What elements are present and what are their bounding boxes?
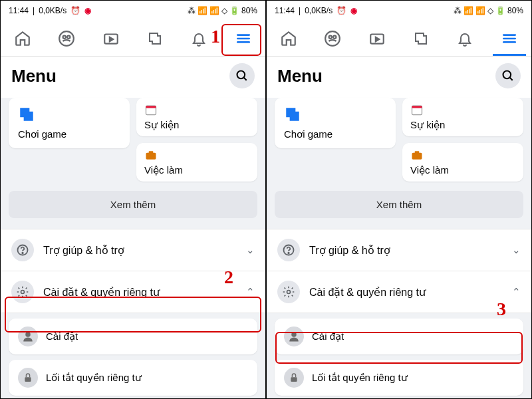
svg-line-26 xyxy=(510,78,513,80)
svg-point-7 xyxy=(237,71,245,79)
help-icon xyxy=(277,239,300,261)
bluetooth-icon: ⁂ xyxy=(454,6,462,15)
svg-rect-29 xyxy=(412,153,422,160)
signal-icon-2: 📶 xyxy=(475,6,485,15)
menu-title: Menu xyxy=(11,66,57,86)
card-events-label: Sự kiện xyxy=(410,119,515,131)
card-gaming[interactable]: Chơi game xyxy=(9,98,130,148)
calendar-icon xyxy=(410,103,424,116)
card-gaming-label: Chơi game xyxy=(284,128,386,140)
section-help-label: Trợ giúp & hỗ trợ xyxy=(309,244,503,257)
search-button[interactable] xyxy=(495,63,521,88)
subitem-settings-label: Cài đặt xyxy=(312,331,344,342)
svg-point-25 xyxy=(503,71,511,79)
svg-point-33 xyxy=(287,291,291,294)
status-time: 11:44 xyxy=(9,6,29,15)
status-right: ⁂ 📶 📶 ◇ 🔋 80% xyxy=(188,6,257,15)
briefcase-icon xyxy=(144,148,158,162)
battery-icon: 🔋 xyxy=(495,6,505,15)
card-events[interactable]: Sự kiện xyxy=(136,98,257,136)
subitem-settings-label: Cài đặt xyxy=(46,331,78,342)
nav-notifications[interactable] xyxy=(443,21,487,56)
see-more-button[interactable]: Xem thêm xyxy=(275,191,523,218)
section-help[interactable]: Trợ giúp & hỗ trợ ⌄ xyxy=(1,229,265,271)
target-icon: ◉ xyxy=(84,6,91,15)
signal-icon: 📶 xyxy=(464,6,473,15)
status-speed: 0,0KB/s xyxy=(305,6,332,15)
battery-pct: 80% xyxy=(241,6,257,15)
menu-header: Menu xyxy=(1,57,265,98)
nav-bar xyxy=(267,21,531,57)
svg-point-19 xyxy=(329,35,332,38)
target-icon: ◉ xyxy=(350,6,357,15)
card-gaming[interactable]: Chơi game xyxy=(275,98,396,148)
status-right: ⁂ 📶 📶 ◇ 🔋 80% xyxy=(454,6,523,15)
subitem-settings[interactable]: Cài đặt xyxy=(275,319,523,354)
svg-rect-17 xyxy=(25,377,31,382)
status-time: 11:44 xyxy=(275,6,295,15)
nav-groups[interactable] xyxy=(311,21,354,56)
search-button[interactable] xyxy=(229,63,255,88)
nav-gaming[interactable] xyxy=(133,21,177,56)
nav-gaming[interactable] xyxy=(399,21,443,56)
person-icon xyxy=(18,327,38,346)
card-jobs-label: Việc làm xyxy=(410,164,515,176)
chevron-up-icon: ⌃ xyxy=(246,286,255,298)
battery-pct: 80% xyxy=(507,6,523,15)
nav-notifications[interactable] xyxy=(177,21,221,56)
section-help-label: Trợ giúp & hỗ trợ xyxy=(43,244,237,257)
section-settings-label: Cài đặt & quyền riêng tư xyxy=(43,286,237,299)
status-bar: 11:44 | 0,0KB/s ⏰ ◉ ⁂ 📶 📶 ◇ 🔋 80% xyxy=(1,1,265,21)
menu-header: Menu xyxy=(267,57,531,98)
status-bar: 11:44 | 0,0KB/s ⏰ ◉ ⁂ 📶 📶 ◇ 🔋 80% xyxy=(267,1,531,21)
svg-point-18 xyxy=(326,31,340,46)
svg-rect-35 xyxy=(291,377,297,382)
signal-icon: 📶 xyxy=(198,6,207,15)
card-jobs[interactable]: Việc làm xyxy=(136,143,257,182)
bluetooth-icon: ⁂ xyxy=(188,6,196,15)
signal-icon-2: 📶 xyxy=(209,6,219,15)
nav-menu[interactable] xyxy=(221,21,265,56)
svg-point-14 xyxy=(22,253,23,254)
screen-left: 11:44 | 0,0KB/s ⏰ ◉ ⁂ 📶 📶 ◇ 🔋 80% xyxy=(1,1,267,398)
card-gaming-label: Chơi game xyxy=(18,128,120,140)
wifi-icon: ◇ xyxy=(487,6,493,15)
card-events-label: Sự kiện xyxy=(144,119,249,131)
chevron-down-icon: ⌄ xyxy=(246,244,255,256)
card-jobs[interactable]: Việc làm xyxy=(402,143,523,182)
lock-icon xyxy=(18,368,38,388)
calendar-icon xyxy=(144,103,158,116)
gaming-icon xyxy=(284,106,301,123)
section-help[interactable]: Trợ giúp & hỗ trợ ⌄ xyxy=(267,229,531,271)
nav-watch[interactable] xyxy=(355,21,399,56)
svg-rect-12 xyxy=(149,151,154,153)
subitem-settings[interactable]: Cài đặt xyxy=(9,319,257,354)
subitem-privacy-shortcuts[interactable]: Lối tắt quyền riêng tư xyxy=(275,360,523,396)
section-settings-privacy[interactable]: Cài đặt & quyền riêng tư ⌃ xyxy=(267,271,531,313)
svg-line-8 xyxy=(244,78,247,80)
nav-home[interactable] xyxy=(267,21,311,56)
nav-groups[interactable] xyxy=(45,21,88,56)
menu-title: Menu xyxy=(277,66,323,86)
svg-point-34 xyxy=(291,332,297,337)
svg-rect-28 xyxy=(412,106,422,108)
nav-watch[interactable] xyxy=(89,21,133,56)
svg-rect-10 xyxy=(146,106,156,108)
card-events[interactable]: Sự kiện xyxy=(402,98,523,136)
nav-menu[interactable] xyxy=(487,21,531,56)
status-speed: 0,0KB/s xyxy=(39,6,66,15)
subitem-privacy-shortcuts[interactable]: Lối tắt quyền riêng tư xyxy=(9,360,257,396)
svg-rect-11 xyxy=(146,153,156,160)
chevron-up-icon: ⌃ xyxy=(512,286,521,298)
card-jobs-label: Việc làm xyxy=(144,164,249,176)
svg-point-16 xyxy=(25,332,31,337)
see-more-button[interactable]: Xem thêm xyxy=(9,191,257,218)
chevron-down-icon: ⌄ xyxy=(512,244,521,256)
lock-icon xyxy=(284,368,304,388)
nav-home[interactable] xyxy=(1,21,45,56)
briefcase-icon xyxy=(410,148,424,162)
subitem-privacy-label: Lối tắt quyền riêng tư xyxy=(312,372,408,384)
person-icon xyxy=(284,327,304,346)
svg-point-20 xyxy=(334,35,336,38)
section-settings-privacy[interactable]: Cài đặt & quyền riêng tư ⌃ xyxy=(1,271,265,313)
